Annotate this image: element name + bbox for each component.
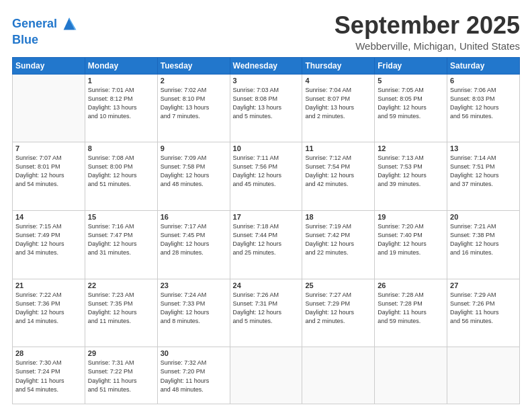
day-number: 27 xyxy=(450,281,517,289)
day-info: Sunrise: 7:12 AM Sunset: 7:54 PM Dayligh… xyxy=(305,154,371,189)
table-row: 16Sunrise: 7:17 AM Sunset: 7:45 PM Dayli… xyxy=(157,211,230,279)
day-info: Sunrise: 7:09 AM Sunset: 7:58 PM Dayligh… xyxy=(161,154,227,189)
table-row: 15Sunrise: 7:16 AM Sunset: 7:47 PM Dayli… xyxy=(85,211,157,279)
logo: General Blue xyxy=(12,15,79,47)
day-number: 17 xyxy=(233,213,300,221)
day-info: Sunrise: 7:27 AM Sunset: 7:29 PM Dayligh… xyxy=(305,291,371,326)
day-number: 1 xyxy=(88,77,154,85)
table-row: 26Sunrise: 7:28 AM Sunset: 7:28 PM Dayli… xyxy=(375,279,447,347)
table-row: 21Sunrise: 7:22 AM Sunset: 7:36 PM Dayli… xyxy=(13,279,85,347)
day-info: Sunrise: 7:19 AM Sunset: 7:42 PM Dayligh… xyxy=(305,222,371,257)
day-number: 14 xyxy=(15,213,82,221)
table-row: 8Sunrise: 7:08 AM Sunset: 8:00 PM Daylig… xyxy=(85,142,157,211)
day-number: 21 xyxy=(15,281,82,289)
table-row: 1Sunrise: 7:01 AM Sunset: 8:12 PM Daylig… xyxy=(85,74,157,142)
day-number: 13 xyxy=(450,144,517,152)
day-number: 19 xyxy=(378,213,444,221)
day-info: Sunrise: 7:08 AM Sunset: 8:00 PM Dayligh… xyxy=(88,154,154,189)
page: General Blue September 2025 Webberville,… xyxy=(0,0,532,411)
table-row: 17Sunrise: 7:18 AM Sunset: 7:44 PM Dayli… xyxy=(230,211,302,279)
table-row: 5Sunrise: 7:05 AM Sunset: 8:05 PM Daylig… xyxy=(375,74,447,142)
header-row: Sunday Monday Tuesday Wednesday Thursday… xyxy=(13,57,520,74)
col-wednesday: Wednesday xyxy=(230,57,302,74)
day-number: 12 xyxy=(378,144,444,152)
day-number: 24 xyxy=(233,281,300,289)
table-row: 20Sunrise: 7:21 AM Sunset: 7:38 PM Dayli… xyxy=(447,211,520,279)
day-info: Sunrise: 7:22 AM Sunset: 7:36 PM Dayligh… xyxy=(15,291,82,326)
table-row xyxy=(230,347,302,404)
day-number: 5 xyxy=(378,77,444,85)
logo-icon xyxy=(60,15,79,34)
table-row: 19Sunrise: 7:20 AM Sunset: 7:40 PM Dayli… xyxy=(375,211,447,279)
day-number: 22 xyxy=(88,281,154,289)
day-number: 15 xyxy=(88,213,154,221)
day-number: 6 xyxy=(450,77,517,85)
table-row: 25Sunrise: 7:27 AM Sunset: 7:29 PM Dayli… xyxy=(302,279,375,347)
table-row: 12Sunrise: 7:13 AM Sunset: 7:53 PM Dayli… xyxy=(375,142,447,211)
col-tuesday: Tuesday xyxy=(157,57,230,74)
day-info: Sunrise: 7:11 AM Sunset: 7:56 PM Dayligh… xyxy=(233,154,300,189)
table-row xyxy=(447,347,520,404)
day-number: 16 xyxy=(161,213,227,221)
title-block: September 2025 Webberville, Michigan, Un… xyxy=(335,12,520,52)
day-number: 20 xyxy=(450,213,517,221)
day-info: Sunrise: 7:20 AM Sunset: 7:40 PM Dayligh… xyxy=(378,222,444,257)
table-row: 30Sunrise: 7:32 AM Sunset: 7:20 PM Dayli… xyxy=(157,347,230,404)
header: General Blue September 2025 Webberville,… xyxy=(12,12,520,52)
col-monday: Monday xyxy=(85,57,157,74)
day-number: 11 xyxy=(305,144,371,152)
day-number: 28 xyxy=(15,349,82,357)
day-info: Sunrise: 7:02 AM Sunset: 8:10 PM Dayligh… xyxy=(161,86,227,121)
day-info: Sunrise: 7:04 AM Sunset: 8:07 PM Dayligh… xyxy=(305,86,371,121)
day-info: Sunrise: 7:23 AM Sunset: 7:35 PM Dayligh… xyxy=(88,291,154,326)
month-title: September 2025 xyxy=(335,12,520,39)
day-number: 3 xyxy=(233,77,300,85)
day-info: Sunrise: 7:03 AM Sunset: 8:08 PM Dayligh… xyxy=(233,86,300,121)
day-info: Sunrise: 7:06 AM Sunset: 8:03 PM Dayligh… xyxy=(450,86,517,121)
day-number: 2 xyxy=(161,77,227,85)
logo-text: General xyxy=(12,17,57,31)
table-row: 29Sunrise: 7:31 AM Sunset: 7:22 PM Dayli… xyxy=(85,347,157,404)
table-row: 13Sunrise: 7:14 AM Sunset: 7:51 PM Dayli… xyxy=(447,142,520,211)
table-row: 23Sunrise: 7:24 AM Sunset: 7:33 PM Dayli… xyxy=(157,279,230,347)
day-info: Sunrise: 7:16 AM Sunset: 7:47 PM Dayligh… xyxy=(88,222,154,257)
day-info: Sunrise: 7:31 AM Sunset: 7:22 PM Dayligh… xyxy=(88,359,154,394)
day-info: Sunrise: 7:05 AM Sunset: 8:05 PM Dayligh… xyxy=(378,86,444,121)
table-row: 2Sunrise: 7:02 AM Sunset: 8:10 PM Daylig… xyxy=(157,74,230,142)
calendar-table: Sunday Monday Tuesday Wednesday Thursday… xyxy=(12,57,520,404)
day-number: 29 xyxy=(88,349,154,357)
day-info: Sunrise: 7:29 AM Sunset: 7:26 PM Dayligh… xyxy=(450,291,517,326)
day-info: Sunrise: 7:26 AM Sunset: 7:31 PM Dayligh… xyxy=(233,291,300,326)
table-row: 4Sunrise: 7:04 AM Sunset: 8:07 PM Daylig… xyxy=(302,74,375,142)
day-info: Sunrise: 7:21 AM Sunset: 7:38 PM Dayligh… xyxy=(450,222,517,257)
day-info: Sunrise: 7:01 AM Sunset: 8:12 PM Dayligh… xyxy=(88,86,154,121)
col-sunday: Sunday xyxy=(13,57,85,74)
day-number: 30 xyxy=(161,349,227,357)
day-info: Sunrise: 7:18 AM Sunset: 7:44 PM Dayligh… xyxy=(233,222,300,257)
location-title: Webberville, Michigan, United States xyxy=(335,40,520,52)
table-row: 6Sunrise: 7:06 AM Sunset: 8:03 PM Daylig… xyxy=(447,74,520,142)
col-friday: Friday xyxy=(375,57,447,74)
day-number: 8 xyxy=(88,144,154,152)
table-row: 18Sunrise: 7:19 AM Sunset: 7:42 PM Dayli… xyxy=(302,211,375,279)
col-saturday: Saturday xyxy=(447,57,520,74)
day-info: Sunrise: 7:15 AM Sunset: 7:49 PM Dayligh… xyxy=(15,222,82,257)
table-row: 9Sunrise: 7:09 AM Sunset: 7:58 PM Daylig… xyxy=(157,142,230,211)
day-number: 4 xyxy=(305,77,371,85)
table-row: 14Sunrise: 7:15 AM Sunset: 7:49 PM Dayli… xyxy=(13,211,85,279)
day-info: Sunrise: 7:30 AM Sunset: 7:24 PM Dayligh… xyxy=(15,359,82,394)
day-info: Sunrise: 7:14 AM Sunset: 7:51 PM Dayligh… xyxy=(450,154,517,189)
table-row: 28Sunrise: 7:30 AM Sunset: 7:24 PM Dayli… xyxy=(13,347,85,404)
day-info: Sunrise: 7:13 AM Sunset: 7:53 PM Dayligh… xyxy=(378,154,444,189)
table-row: 11Sunrise: 7:12 AM Sunset: 7:54 PM Dayli… xyxy=(302,142,375,211)
table-row: 3Sunrise: 7:03 AM Sunset: 8:08 PM Daylig… xyxy=(230,74,302,142)
day-info: Sunrise: 7:28 AM Sunset: 7:28 PM Dayligh… xyxy=(378,291,444,326)
day-info: Sunrise: 7:32 AM Sunset: 7:20 PM Dayligh… xyxy=(161,359,227,394)
day-number: 10 xyxy=(233,144,300,152)
day-number: 9 xyxy=(161,144,227,152)
day-number: 7 xyxy=(15,144,82,152)
day-number: 26 xyxy=(378,281,444,289)
table-row: 10Sunrise: 7:11 AM Sunset: 7:56 PM Dayli… xyxy=(230,142,302,211)
table-row xyxy=(302,347,375,404)
day-info: Sunrise: 7:07 AM Sunset: 8:01 PM Dayligh… xyxy=(15,154,82,189)
